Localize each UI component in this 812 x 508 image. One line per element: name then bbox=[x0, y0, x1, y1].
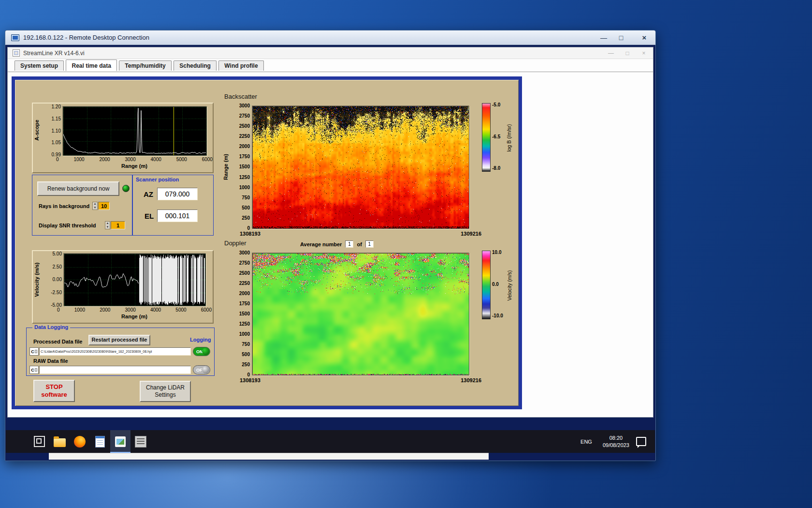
rays-value-field[interactable]: 10 bbox=[98, 202, 110, 210]
el-value-field[interactable]: 000.101 bbox=[157, 209, 198, 222]
ascope-x-tick: 1000 bbox=[73, 157, 84, 162]
processed-drive-box[interactable]: C bbox=[29, 347, 39, 356]
language-indicator[interactable]: ENG bbox=[577, 436, 596, 448]
processed-logging-toggle[interactable]: ON bbox=[193, 347, 210, 356]
velocity-x-tick: 2000 bbox=[100, 307, 110, 313]
ascope-x-tick: 4000 bbox=[151, 157, 161, 162]
app-window: StreamLine XR v14-6.vi — □ × System setu… bbox=[7, 47, 653, 418]
scan-scheduler-icon bbox=[135, 436, 146, 448]
processed-path-field[interactable]: C:\LidarA\Data\Proc\2023\202308\20230809… bbox=[39, 347, 191, 356]
restart-processed-file-button[interactable]: Restart processed file bbox=[88, 335, 150, 345]
doppler-y-tick: 1750 bbox=[239, 301, 250, 306]
backscatter-colorbar-tick: -6.5 bbox=[492, 134, 500, 139]
velocity-y-tick: -2.50 bbox=[51, 290, 62, 295]
rdp-minimize-button[interactable]: — bbox=[598, 34, 609, 41]
background-led-indicator bbox=[122, 185, 130, 192]
browse-icon bbox=[35, 368, 37, 372]
doppler-y-axis-label bbox=[222, 253, 230, 374]
tray-time: 08:20 bbox=[609, 435, 623, 441]
rdp-window: 192.168.0.122 - Remote Desktop Connectio… bbox=[5, 30, 656, 461]
average-number-control: Average number 1 of 1 bbox=[300, 240, 374, 248]
image-viewer-button[interactable] bbox=[110, 430, 130, 453]
notification-center-icon[interactable] bbox=[636, 437, 646, 446]
doppler-y-ticks: 3000275025002250200017501500125010007505… bbox=[231, 250, 250, 377]
firefox-button[interactable] bbox=[70, 430, 90, 453]
doppler-y-tick: 1250 bbox=[239, 321, 250, 327]
backscatter-x-start-label: 1308193 bbox=[240, 231, 261, 237]
doppler-y-tick: 0 bbox=[247, 372, 250, 377]
of-label: of bbox=[357, 241, 362, 247]
ascope-x-tick: 3000 bbox=[125, 157, 136, 162]
tab-real-time-data[interactable]: Real time data bbox=[66, 60, 116, 71]
raw-drive-box[interactable]: C bbox=[29, 366, 39, 374]
taskbar-clock[interactable]: 08:20 09/08/2023 bbox=[603, 434, 629, 449]
taskbar: ENG 08:20 09/08/2023 bbox=[6, 430, 655, 453]
change-lidar-settings-button[interactable]: Change LiDAR Settings bbox=[140, 381, 191, 402]
backscatter-y-tick: 3000 bbox=[239, 103, 250, 108]
velocity-x-ticks: 0100020003000400050006000 bbox=[57, 307, 212, 313]
ascope-x-tick: 5000 bbox=[176, 157, 187, 162]
rdp-title: 192.168.0.122 - Remote Desktop Connectio… bbox=[23, 34, 149, 41]
firefox-icon bbox=[74, 436, 86, 448]
desktop-background: 192.168.0.122 - Remote Desktop Connectio… bbox=[0, 0, 812, 508]
app-minimize-button[interactable]: — bbox=[607, 50, 615, 57]
doppler-x-labels: 1308193 1309216 bbox=[240, 377, 481, 383]
remote-desktop: StreamLine XR v14-6.vi — □ × System setu… bbox=[6, 45, 655, 460]
rays-in-background-label: Rays in background bbox=[39, 203, 89, 209]
app-title: StreamLine XR v14-6.vi bbox=[23, 50, 85, 57]
browse-icon bbox=[35, 350, 37, 353]
raw-logging-toggle[interactable]: OFF bbox=[193, 365, 210, 374]
doppler-x-start-label: 1308193 bbox=[240, 377, 261, 383]
app-titlebar[interactable]: StreamLine XR v14-6.vi — □ × bbox=[8, 47, 653, 59]
doppler-title: Doppler bbox=[224, 239, 246, 247]
scan-scheduler-button[interactable] bbox=[130, 430, 151, 453]
velocity-y-tick: 2.50 bbox=[53, 264, 62, 269]
ascope-y-tick: 1.20 bbox=[52, 104, 61, 109]
backscatter-x-end-label: 1309216 bbox=[461, 231, 481, 237]
doppler-colorbar-tick: -10.0 bbox=[492, 313, 503, 318]
snr-spinner[interactable]: ▲▼ bbox=[105, 221, 110, 229]
stop-software-button[interactable]: STOP software bbox=[33, 380, 75, 402]
velocity-x-tick: 6000 bbox=[201, 307, 212, 313]
doppler-y-tick: 2250 bbox=[239, 281, 250, 286]
document-app-button[interactable] bbox=[90, 430, 110, 453]
ascope-x-tick: 6000 bbox=[202, 157, 213, 162]
file-explorer-button[interactable] bbox=[49, 430, 70, 453]
ascope-y-axis-label: A-scope bbox=[33, 105, 41, 155]
doppler-y-tick: 3000 bbox=[239, 250, 250, 255]
backscatter-x-labels: 1308193 1309216 bbox=[240, 231, 481, 237]
ascope-y-tick: 1.15 bbox=[52, 116, 61, 121]
renew-background-button[interactable]: Renew background now bbox=[37, 181, 119, 196]
tab-scheduling[interactable]: Scheduling bbox=[174, 60, 217, 71]
doppler-x-end-label: 1309216 bbox=[461, 377, 481, 383]
velocity-y-tick: 5.00 bbox=[53, 251, 62, 256]
task-view-icon bbox=[34, 436, 45, 447]
el-label: EL bbox=[145, 212, 154, 220]
task-view-button[interactable] bbox=[29, 430, 49, 453]
velocity-y-tick: 0.00 bbox=[53, 277, 62, 282]
app-close-button[interactable]: × bbox=[639, 50, 648, 57]
velocity-group: Velocity (m/s) 5.002.500.00-2.50-5.00 01… bbox=[32, 250, 214, 324]
tab-strip: System setup Real time data Temp/humidit… bbox=[8, 59, 653, 72]
raw-path-field[interactable] bbox=[39, 366, 191, 374]
az-value-field[interactable]: 079.000 bbox=[157, 188, 198, 200]
doppler-y-tick: 750 bbox=[242, 342, 250, 347]
ascope-y-tick: 1.10 bbox=[52, 128, 61, 134]
tab-system-setup[interactable]: System setup bbox=[14, 60, 64, 71]
doppler-colorbar-tick: 10.0 bbox=[492, 250, 501, 255]
raw-data-file-label: RAW Data file bbox=[33, 358, 68, 364]
app-maximize-button[interactable]: □ bbox=[623, 50, 632, 57]
snr-value-field[interactable]: 1 bbox=[111, 221, 125, 229]
average-total-field[interactable]: 1 bbox=[365, 240, 374, 248]
rdp-titlebar[interactable]: 192.168.0.122 - Remote Desktop Connectio… bbox=[5, 30, 655, 45]
tab-temp-humidity[interactable]: Temp/humidity bbox=[119, 60, 171, 71]
rays-spinner[interactable]: ▲▼ bbox=[92, 202, 98, 210]
ascope-plot-canvas bbox=[63, 106, 207, 156]
doppler-y-tick: 2500 bbox=[239, 270, 250, 276]
rdp-close-button[interactable]: × bbox=[639, 34, 650, 41]
tab-wind-profile[interactable]: Wind profile bbox=[218, 60, 263, 71]
backscatter-colorbar-tick: -5.0 bbox=[492, 102, 500, 107]
average-number-field[interactable]: 1 bbox=[345, 240, 353, 248]
backscatter-y-tick: 0 bbox=[247, 225, 250, 231]
rdp-maximize-button[interactable]: □ bbox=[616, 34, 626, 41]
